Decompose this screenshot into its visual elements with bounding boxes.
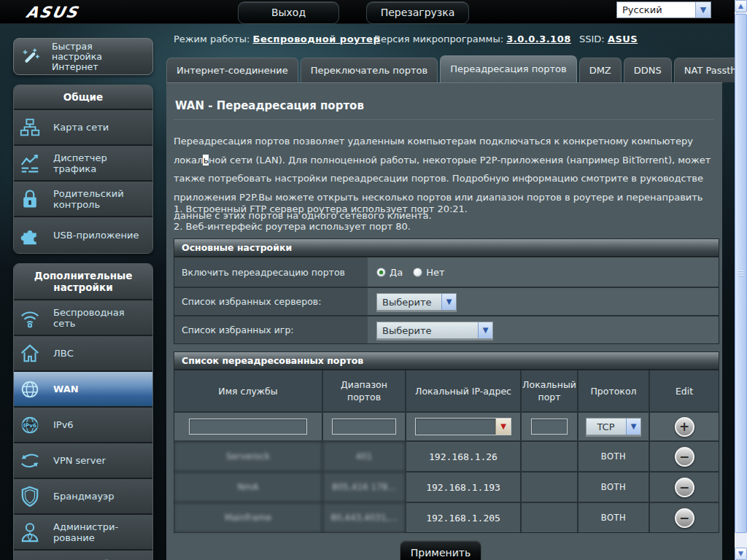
tab-ddns[interactable]: DDNS: [624, 58, 672, 82]
firmware-version: Версия микропрограммы: 3.0.0.3.108: [374, 34, 571, 44]
note-web-port: 2. Веб-интерфейс роутера использует порт…: [174, 221, 411, 232]
sidebar-item-firewall[interactable]: Брандмауэр: [14, 479, 152, 515]
sidebar-item-label: IPv6: [46, 419, 139, 430]
ports-table-header: Имя службы Диапазон портов Локальный IP-…: [174, 370, 719, 411]
radio-no-label: Нет: [426, 267, 444, 278]
wan-globe-icon: [14, 378, 46, 400]
sidebar-item-vpn-server[interactable]: VPN server: [14, 443, 152, 479]
sidebar-item-ipv6[interactable]: IPv6 IPv6: [14, 408, 152, 443]
famous-games-select[interactable]: Выберите ▼: [376, 322, 493, 339]
col-local-port: Локальный порт: [522, 370, 577, 411]
page-scrollbar[interactable]: ▲ ▼: [735, 0, 747, 560]
enable-radio-group: Да Нет: [376, 267, 444, 278]
port-rule-row: Serverock 401 192.168.1.26 BOTH −: [174, 442, 719, 471]
language-select[interactable]: Русский ▼: [616, 1, 711, 18]
sidebar-item-usb-application[interactable]: USB-приложение: [14, 217, 152, 253]
sidebar-item-label: Системный журнал: [46, 558, 139, 560]
protocol-select[interactable]: TCP ▼: [586, 418, 641, 435]
title-divider: [174, 120, 713, 121]
wireless-icon: [14, 308, 46, 328]
radio-yes[interactable]: [376, 268, 386, 277]
sidebar-item-system-log[interactable]: Системный журнал: [14, 551, 152, 560]
sidebar-item-label: WAN: [46, 384, 139, 394]
col-edit: Edit: [650, 370, 719, 411]
traffic-manager-icon: [14, 152, 46, 174]
local-port-value: [522, 503, 577, 532]
top-bar: ASUS Выход Перезагрузка Русский ▼: [0, 0, 735, 24]
radio-no-option[interactable]: Нет: [413, 267, 444, 278]
chevron-down-icon[interactable]: ▼: [495, 419, 511, 435]
redacted-service-name: Serverock: [174, 442, 322, 471]
ports-list-section: Список переадресованных портов Имя служб…: [174, 351, 719, 533]
chevron-down-icon[interactable]: ▼: [695, 2, 711, 18]
operation-mode: Режим работы: Беспроводной роутер: [174, 34, 380, 44]
sidebar: Быстрая настройка Интернет Общие Карта с…: [13, 38, 153, 560]
sidebar-item-network-map[interactable]: Карта сети: [14, 110, 152, 146]
sidebar-item-administration[interactable]: Администри-рование: [14, 515, 152, 551]
port-range-input[interactable]: [332, 419, 396, 435]
add-rule-button[interactable]: +: [675, 417, 694, 437]
famous-games-row: Список избранных игр: Выберите ▼: [174, 316, 719, 343]
local-port-value: [522, 442, 577, 471]
router-admin-screen: ASUS Выход Перезагрузка Русский ▼ Режим …: [0, 0, 747, 560]
sidebar-item-parental-control[interactable]: Родительский контроль: [14, 182, 152, 217]
ssid-info: SSID: ASUS: [579, 34, 638, 44]
scroll-down-icon[interactable]: ▼: [735, 548, 747, 560]
ssid-link[interactable]: ASUS: [608, 34, 638, 44]
col-local-ip: Локальный IP-адрес: [406, 370, 520, 411]
sidebar-item-label: Администри-рование: [46, 521, 139, 543]
header-info-row: Режим работы: Беспроводной роутер Версия…: [174, 34, 728, 50]
tab-dmz[interactable]: DMZ: [579, 58, 622, 82]
quick-setup-button[interactable]: Быстрая настройка Интернет: [13, 38, 153, 75]
sidebar-item-lan[interactable]: ЛВС: [14, 336, 152, 372]
usb-app-icon: [14, 225, 46, 246]
asus-logo: ASUS: [24, 4, 80, 21]
local-port-input[interactable]: [531, 419, 568, 435]
enable-port-forwarding-row: Включить переадресацию портов Да Нет: [174, 257, 719, 287]
lan-icon: [14, 343, 46, 365]
remove-rule-button[interactable]: −: [675, 478, 694, 497]
ports-table: Имя службы Диапазон портов Локальный IP-…: [174, 370, 719, 532]
section-title-general: Общие: [14, 85, 152, 110]
logout-button[interactable]: Выход: [238, 1, 339, 24]
scrollbar-thumb[interactable]: [735, 14, 747, 533]
basic-settings-section: Основные настройки Включить переадресаци…: [174, 238, 719, 344]
local-ip-value: 192.168.1.193: [406, 472, 520, 502]
remove-rule-button[interactable]: −: [675, 508, 694, 528]
tab-port-trigger[interactable]: Переключатель портов: [301, 58, 438, 82]
radio-yes-option[interactable]: Да: [376, 267, 403, 278]
vpn-icon: [14, 451, 46, 470]
protocol-value: BOTH: [578, 442, 649, 471]
sidebar-item-label: USB-приложение: [46, 230, 139, 241]
famous-servers-select[interactable]: Выберите ▼: [376, 293, 457, 311]
service-name-input[interactable]: [189, 419, 307, 435]
note-ftp-port: 1. Встроенный FTP сервер роутера использ…: [174, 203, 468, 214]
apply-button[interactable]: Применить: [400, 540, 481, 560]
radio-yes-label: Да: [390, 267, 403, 278]
chevron-down-icon[interactable]: ▼: [626, 419, 640, 435]
tab-internet-connection[interactable]: Интернет-соединение: [166, 58, 298, 82]
sidebar-item-label: Карта сети: [46, 122, 139, 133]
local-ip-input[interactable]: [416, 419, 495, 435]
network-map-icon: [14, 117, 46, 139]
redacted-service-name: NmA: [174, 472, 322, 502]
mode-link[interactable]: Беспроводной роутер: [252, 34, 380, 44]
local-ip-value: 192.168.1.205: [406, 503, 520, 532]
remove-rule-button[interactable]: −: [675, 447, 694, 467]
enable-label: Включить переадресацию портов: [174, 257, 368, 287]
firmware-link[interactable]: 3.0.0.3.108: [506, 34, 571, 44]
local-port-value: [522, 472, 577, 502]
chevron-down-icon[interactable]: ▼: [441, 294, 456, 310]
radio-no[interactable]: [413, 268, 422, 277]
reboot-button[interactable]: Перезагрузка: [366, 1, 469, 24]
svg-text:IPv6: IPv6: [23, 421, 36, 428]
local-ip-combo[interactable]: ▼: [415, 418, 511, 435]
sidebar-item-traffic-manager[interactable]: Диспетчер трафика: [14, 146, 152, 182]
tab-port-forwarding[interactable]: Переадресация портов: [440, 55, 577, 82]
col-protocol: Протокол: [578, 370, 649, 411]
scroll-up-icon[interactable]: ▲: [735, 0, 747, 12]
famous-servers-row: Список избранных серверов: Выберите ▼: [174, 288, 719, 315]
sidebar-item-wan[interactable]: WAN: [14, 372, 152, 408]
chevron-down-icon[interactable]: ▼: [478, 322, 492, 338]
sidebar-item-wireless[interactable]: Беспроводная сеть: [14, 300, 152, 336]
